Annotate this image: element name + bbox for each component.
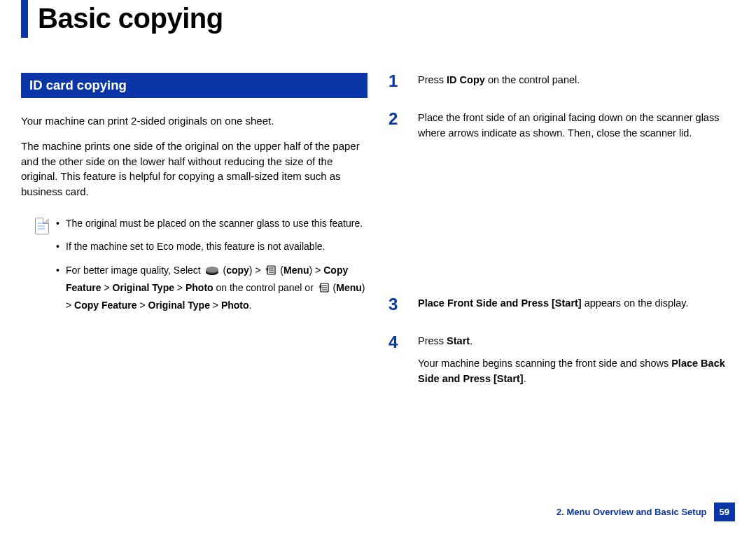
note3-oncp: on the control panel or xyxy=(214,282,316,293)
copy-icon xyxy=(205,265,219,281)
step4-p1-t2: . xyxy=(470,335,472,346)
note3-gt4: > xyxy=(174,282,186,293)
step-1: 1 Press ID Copy on the control panel. xyxy=(388,73,735,95)
note3-gt2: ) > xyxy=(309,265,324,276)
title-accent-bar xyxy=(21,0,28,38)
intro-para-2: The machine prints one side of the origi… xyxy=(21,139,368,199)
page-title-wrap: Basic copying xyxy=(21,0,735,38)
footer-chapter: 2. Menu Overview and Basic Setup xyxy=(556,503,714,521)
step-4: 4 Press Start. Your machine begins scann… xyxy=(388,334,735,393)
right-column: 1 Press ID Copy on the control panel. 2 … xyxy=(388,73,735,409)
footer-page-number: 59 xyxy=(714,503,735,521)
content-columns: ID card copying Your machine can print 2… xyxy=(21,73,735,409)
section-heading: ID card copying xyxy=(21,73,368,98)
step1-t1: Press xyxy=(418,74,447,85)
note-body: The original must be placed on the scann… xyxy=(56,216,368,321)
page-title: Basic copying xyxy=(38,0,223,38)
note3-gt6: > xyxy=(137,300,148,311)
step3-b1: Place Front Side and Press [Start] xyxy=(418,297,582,309)
note-box: The original must be placed on the scann… xyxy=(21,216,368,321)
step4-p2-t1: Your machine begins scanning the front s… xyxy=(418,358,671,369)
step-2-body: Place the front side of an original faci… xyxy=(418,111,735,281)
note-icon xyxy=(35,218,49,234)
step-1-body: Press ID Copy on the control panel. xyxy=(418,73,580,95)
svg-text:✴: ✴ xyxy=(265,266,270,273)
note3-photo2: Photo xyxy=(221,300,249,311)
left-column: ID card copying Your machine can print 2… xyxy=(21,73,368,409)
step-3-number: 3 xyxy=(388,296,405,318)
note3-origtype2: Original Type xyxy=(148,300,210,311)
note3-copy: copy xyxy=(226,265,249,276)
step-4-body: Press Start. Your machine begins scannin… xyxy=(418,334,735,393)
note3-gt1: ) > xyxy=(249,265,264,276)
step3-t2: appears on the display. xyxy=(582,297,689,309)
note3-gt7: > xyxy=(210,300,221,311)
intro-para-1: Your machine can print 2-sided originals… xyxy=(21,113,368,129)
step1-t2: on the control panel. xyxy=(485,74,580,85)
note3-origtype: Original Type xyxy=(113,282,174,293)
note3-menu2: Menu xyxy=(336,282,362,293)
step-3: 3 Place Front Side and Press [Start] app… xyxy=(388,296,735,318)
svg-text:✴: ✴ xyxy=(318,283,323,290)
note-item-1: The original must be placed on the scann… xyxy=(56,216,368,232)
note3-gt3: > xyxy=(102,282,113,293)
note3-menu: Menu xyxy=(284,265,309,276)
note3-photo: Photo xyxy=(186,282,214,293)
step-4-number: 4 xyxy=(388,334,405,393)
note3-copyfeature2: Copy Feature xyxy=(74,300,136,311)
step4-p2-t2: . xyxy=(524,373,526,384)
note-item-2: If the machine set to Eco mode, this fea… xyxy=(56,239,368,255)
menu-icon: ✴ xyxy=(265,265,276,281)
page: Basic copying ID card copying Your machi… xyxy=(0,0,756,534)
step-2-figure-placeholder xyxy=(418,148,735,281)
menu-icon-2: ✴ xyxy=(318,282,329,298)
step2-t1: Place the front side of an original faci… xyxy=(418,111,735,141)
page-footer: 2. Menu Overview and Basic Setup 59 xyxy=(556,503,735,521)
svg-point-2 xyxy=(206,267,218,272)
step-2-number: 2 xyxy=(388,111,405,281)
step4-p1-t1: Press xyxy=(418,335,447,346)
note3-pre: For better image quality, Select xyxy=(66,265,204,276)
step1-b1: ID Copy xyxy=(447,74,485,85)
step4-p1-b: Start xyxy=(447,335,470,346)
step-3-body: Place Front Side and Press [Start] appea… xyxy=(418,296,689,318)
steps-list: 1 Press ID Copy on the control panel. 2 … xyxy=(388,73,735,393)
note-item-3: For better image quality, Select (copy) … xyxy=(56,263,368,313)
step-2: 2 Place the front side of an original fa… xyxy=(388,111,735,281)
step-1-number: 1 xyxy=(388,73,405,95)
note3-end: . xyxy=(249,300,252,311)
